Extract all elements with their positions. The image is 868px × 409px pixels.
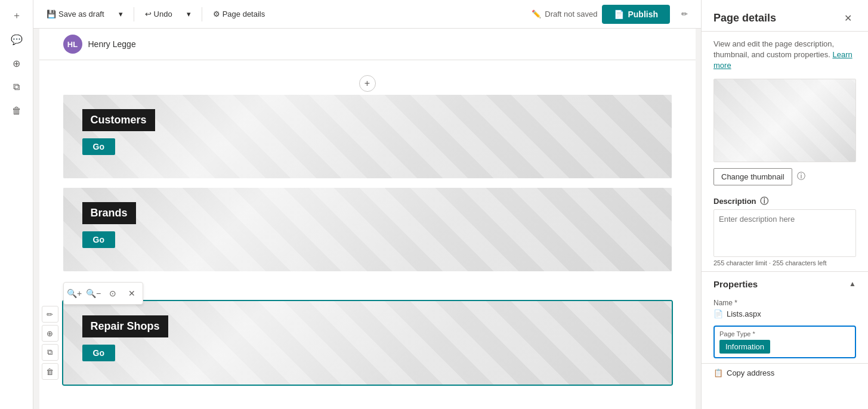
description-text: View and edit the page description, thum… xyxy=(713,39,834,59)
undo-dropdown[interactable]: ▾ xyxy=(181,6,197,22)
toolbar-comment-icon[interactable]: 💬 xyxy=(6,29,27,50)
name-label-text: Name * xyxy=(713,299,737,307)
brands-go-button[interactable]: Go xyxy=(82,231,115,248)
zoom-out-button[interactable]: 🔍− xyxy=(85,285,102,302)
toolbar-move-icon[interactable]: ⊕ xyxy=(6,52,27,74)
copy-address-row[interactable]: 📋 Copy address xyxy=(702,363,868,382)
repair-shops-banner: Repair Shops Go xyxy=(63,301,672,385)
separator-2 xyxy=(202,7,202,21)
zoom-controls: 🔍+ 🔍− ⊙ ✕ xyxy=(63,282,143,305)
customers-label: Customers xyxy=(82,109,155,131)
brands-banner-content: Brands Go xyxy=(63,188,672,262)
undo-label: Undo xyxy=(154,10,172,18)
author-avatar: HL xyxy=(63,35,82,54)
edit-pencil-button[interactable]: ✏ xyxy=(675,5,694,24)
right-panel: Page details ✕ View and edit the page de… xyxy=(701,0,868,409)
description-textarea[interactable] xyxy=(713,209,856,257)
add-section-top: + xyxy=(63,75,672,92)
gear-icon: ⚙ xyxy=(213,10,220,18)
description-label-text: Description xyxy=(713,197,756,206)
add-section-top-button[interactable]: + xyxy=(359,75,376,92)
right-panel-title: Page details xyxy=(713,12,776,24)
sections-container: + Customers Go xyxy=(39,60,696,409)
page-type-value: Information xyxy=(719,340,770,354)
author-name: Henry Legge xyxy=(88,39,136,49)
name-value: 📄 Lists.aspx xyxy=(713,309,856,318)
thumbnail-area xyxy=(713,79,856,162)
toolbar-duplicate-icon[interactable]: ⧉ xyxy=(6,76,27,98)
save-as-draft-button[interactable]: 💾 Save as draft xyxy=(41,6,110,22)
section-brands: Brands Go xyxy=(63,188,672,271)
author-bar: HL Henry Legge xyxy=(39,29,696,60)
description-info-icon: ⓘ xyxy=(760,196,768,207)
publish-button[interactable]: 📄 Publish xyxy=(602,5,670,24)
page-details-button[interactable]: ⚙ Page details xyxy=(207,6,271,22)
properties-header[interactable]: Properties ▲ xyxy=(702,271,868,294)
separator-1 xyxy=(134,7,134,21)
repair-shops-label: Repair Shops xyxy=(82,315,168,337)
customers-banner: Customers Go xyxy=(63,95,672,178)
name-field-group: Name * 📄 Lists.aspx xyxy=(702,294,868,323)
change-thumbnail-button[interactable]: Change thumbnail xyxy=(713,168,792,185)
right-panel-description: View and edit the page description, thum… xyxy=(702,32,868,79)
left-toolbar: ＋ 💬 ⊕ ⧉ 🗑 xyxy=(0,0,33,409)
section-left-icons: ✏ ⊕ ⧉ 🗑 xyxy=(42,306,58,380)
repair-shops-banner-content: Repair Shops Go xyxy=(63,301,672,376)
page-content: HL Henry Legge + Customers Go xyxy=(39,29,696,409)
thumbnail-bg xyxy=(714,79,855,162)
draft-status: ✏️ Draft not saved xyxy=(532,10,597,18)
thumbnail-info-icon: ⓘ xyxy=(797,171,805,182)
publish-icon: 📄 xyxy=(614,10,624,19)
customers-banner-content: Customers Go xyxy=(63,95,672,169)
zoom-close-button[interactable]: ✕ xyxy=(123,285,140,302)
undo-icon: ↩ xyxy=(145,10,152,18)
publish-label: Publish xyxy=(628,10,658,19)
toolbar-add-icon[interactable]: ＋ xyxy=(6,5,27,26)
section-repair-shops-wrapper: ✏ ⊕ ⧉ 🗑 Repair Shops Go xyxy=(63,301,672,385)
top-bar: 💾 Save as draft ▾ ↩ Undo ▾ ⚙ Page detail… xyxy=(33,0,701,29)
top-bar-left: 💾 Save as draft ▾ ↩ Undo ▾ ⚙ Page detail… xyxy=(41,6,271,22)
page-type-label: Page Type * xyxy=(717,329,852,339)
delete-section-button[interactable]: 🗑 xyxy=(42,363,58,380)
zoom-fit-button[interactable]: ⊙ xyxy=(104,285,121,302)
pencil-icon: ✏️ xyxy=(532,10,541,18)
section-customers: Customers Go xyxy=(63,95,672,178)
save-draft-label: Save as draft xyxy=(58,10,104,18)
main-content: 💾 Save as draft ▾ ↩ Undo ▾ ⚙ Page detail… xyxy=(33,0,701,409)
move-section-button[interactable]: ⊕ xyxy=(42,325,58,342)
page-details-label: Page details xyxy=(223,10,265,18)
properties-chevron-icon: ▲ xyxy=(849,280,856,288)
name-value-text: Lists.aspx xyxy=(727,309,761,318)
canvas-area[interactable]: HL Henry Legge + Customers Go xyxy=(33,29,701,409)
brands-label: Brands xyxy=(82,202,136,224)
copy-icon: 📋 xyxy=(713,368,723,377)
page-type-value-text: Information xyxy=(725,342,764,351)
customers-go-button[interactable]: Go xyxy=(82,138,115,155)
save-icon: 💾 xyxy=(47,10,56,18)
properties-title: Properties xyxy=(713,279,758,289)
zoom-in-button[interactable]: 🔍+ xyxy=(66,285,83,302)
undo-button[interactable]: ↩ Undo xyxy=(139,6,178,22)
copy-address-label: Copy address xyxy=(727,368,774,377)
char-limit: 255 character limit · 255 characters lef… xyxy=(702,257,868,271)
draft-status-text: Draft not saved xyxy=(545,10,597,18)
name-label: Name * xyxy=(713,299,856,307)
description-section-label: Description ⓘ xyxy=(702,191,868,209)
file-icon: 📄 xyxy=(713,309,723,318)
copy-section-button[interactable]: ⧉ xyxy=(42,344,58,361)
page-type-container[interactable]: Page Type * Information xyxy=(713,326,856,358)
edit-section-button[interactable]: ✏ xyxy=(42,306,58,323)
toolbar-delete-icon[interactable]: 🗑 xyxy=(6,100,27,122)
save-draft-dropdown[interactable]: ▾ xyxy=(113,6,129,22)
right-panel-header: Page details ✕ xyxy=(702,0,868,32)
brands-banner: Brands Go xyxy=(63,188,672,271)
right-panel-close-button[interactable]: ✕ xyxy=(839,10,856,26)
change-thumbnail-row: Change thumbnail ⓘ xyxy=(702,162,868,191)
repair-shops-go-button[interactable]: Go xyxy=(82,345,115,361)
avatar-initials: HL xyxy=(67,40,78,49)
